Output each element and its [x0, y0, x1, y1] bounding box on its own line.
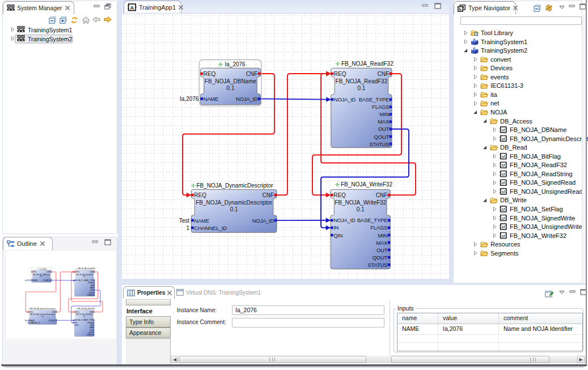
svg-text:events: events [490, 74, 509, 80]
svg-text:Tool Library: Tool Library [481, 29, 513, 36]
svg-text:CNF: CNF [246, 71, 258, 77]
svg-text:convert: convert [490, 56, 511, 63]
svg-text:FB_NOJA_ReadF32: FB_NOJA_ReadF32 [510, 161, 567, 168]
svg-text:FB_NOJA_WriteF32: FB_NOJA_WriteF32 [510, 232, 566, 239]
svg-text:OUT: OUT [377, 247, 388, 253]
svg-text:FLAGS: FLAGS [370, 224, 387, 231]
svg-text:MAX: MAX [376, 240, 388, 246]
svg-text:FLAGS: FLAGS [372, 104, 389, 110]
svg-text:FB_NOJA_DynamicDescriptor: FB_NOJA_DynamicDescriptor [510, 135, 588, 142]
svg-text:Devices: Devices [490, 65, 513, 71]
svg-text:STATUS: STATUS [369, 141, 389, 147]
svg-text:QIN: QIN [333, 232, 343, 239]
svg-text:CNF: CNF [262, 192, 274, 198]
svg-text:FB_NOJA_SignedRead: FB_NOJA_SignedRead [510, 179, 576, 186]
svg-text:BASE_TYPE: BASE_TYPE [359, 96, 389, 103]
svg-text:TrainingSystem1: TrainingSystem1 [481, 39, 527, 45]
svg-text:TrainingSystem1: TrainingSystem1 [28, 27, 73, 33]
svg-text:FB_NOJA_SetFlag: FB_NOJA_SetFlag [510, 206, 563, 212]
svg-text:REQ: REQ [333, 192, 346, 198]
svg-text:NOJA: NOJA [490, 109, 507, 116]
svg-text:QOUT: QOUT [374, 134, 390, 140]
svg-text:0.1: 0.1 [227, 85, 235, 91]
svg-text:FB_NOJA_ReadF32: FB_NOJA_ReadF32 [341, 61, 394, 67]
svg-text:QOUT: QOUT [373, 254, 388, 261]
svg-text:MIN: MIN [379, 111, 389, 117]
svg-text:NOJA_ID: NOJA_ID [334, 96, 356, 103]
svg-text:0.1: 0.1 [357, 85, 365, 91]
svg-text:REQ: REQ [204, 71, 216, 77]
svg-text:TrainingSystem2: TrainingSystem2 [481, 47, 527, 54]
svg-text:Ia,2076: Ia,2076 [180, 96, 199, 102]
svg-text:net: net [490, 100, 499, 107]
svg-text:IEC61131-3: IEC61131-3 [490, 82, 523, 89]
svg-text:FB_NOJA_DynamicDescriptor: FB_NOJA_DynamicDescriptor [196, 199, 273, 206]
svg-text:FB_NOJA_WriteF32: FB_NOJA_WriteF32 [341, 181, 392, 188]
svg-text:NOJA_ID: NOJA_ID [333, 217, 356, 223]
svg-text:REQ: REQ [334, 71, 346, 77]
svg-text:FB_NOJA_UnsignedWrite: FB_NOJA_UnsignedWrite [510, 223, 582, 230]
svg-text:FB_NOJA_ReadF32: FB_NOJA_ReadF32 [336, 78, 388, 84]
svg-text:0.1: 0.1 [357, 206, 365, 212]
svg-text:Resources: Resources [490, 241, 521, 248]
svg-text:BASE_TYPE: BASE_TYPE [357, 217, 387, 223]
svg-text:NAME: NAME [204, 96, 218, 102]
svg-text:1: 1 [187, 225, 190, 231]
svg-text:FB_NOJA_BitFlag: FB_NOJA_BitFlag [510, 153, 561, 160]
svg-text:FB_NOJA_WriteF32: FB_NOJA_WriteF32 [335, 199, 386, 206]
svg-text:FB_NOJA_ReadString: FB_NOJA_ReadString [510, 171, 573, 177]
svg-text:Ia_2076: Ia_2076 [225, 61, 246, 67]
svg-text:MIN: MIN [378, 232, 388, 239]
svg-text:TrainingSystem2: TrainingSystem2 [28, 36, 73, 42]
svg-text:FB_NOJA_DynamicDescriptor: FB_NOJA_DynamicDescriptor [197, 182, 274, 189]
svg-text:NAME: NAME [194, 218, 209, 224]
svg-text:FB_NOJA_DBName: FB_NOJA_DBName [205, 78, 257, 84]
svg-text:DB_Write: DB_Write [500, 197, 527, 203]
svg-text:FB_NOJA_UnsignedRead: FB_NOJA_UnsignedRead [510, 188, 582, 195]
svg-text:DB_Read: DB_Read [500, 144, 527, 151]
svg-text:NOJA_ID: NOJA_ID [252, 218, 274, 224]
svg-text:Segments: Segments [490, 250, 519, 257]
svg-text:FB_NOJA_SignedWrite: FB_NOJA_SignedWrite [510, 215, 575, 222]
svg-text:Test: Test [179, 218, 190, 224]
svg-text:NOJA_ID: NOJA_ID [236, 96, 258, 102]
svg-text:MAX: MAX [378, 118, 390, 125]
svg-text:CNF: CNF [376, 192, 388, 198]
svg-text:OUT: OUT [378, 126, 390, 132]
svg-text:STATUS: STATUS [368, 262, 388, 268]
svg-text:ita: ita [490, 91, 498, 98]
svg-text:REQ: REQ [194, 192, 206, 198]
svg-text:IN: IN [333, 224, 339, 231]
svg-text:CNF: CNF [377, 71, 389, 77]
svg-text:DB_Access: DB_Access [500, 118, 532, 125]
svg-text:0.1: 0.1 [230, 206, 238, 212]
svg-text:FB_NOJA_DBName: FB_NOJA_DBName [510, 126, 566, 133]
svg-text:CHANNEL_ID: CHANNEL_ID [194, 225, 227, 231]
